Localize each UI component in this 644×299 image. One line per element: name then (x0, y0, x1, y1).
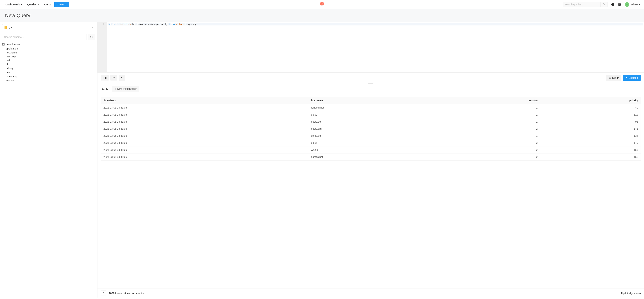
table-cell: 1 (438, 118, 540, 125)
play-icon (626, 77, 628, 79)
save-icon (608, 76, 611, 79)
schema-column[interactable]: raw (6, 70, 95, 74)
table-cell: 1 (438, 111, 540, 118)
nav-queries-label: Queries (27, 3, 37, 6)
table-row: 2021-03-05 23:41:05we.de2153 (101, 146, 641, 154)
toolbar-right: Save* Execute (606, 75, 641, 81)
execute-button[interactable]: Execute (623, 75, 641, 81)
search-button[interactable] (600, 2, 608, 7)
table-cell: 2021-03-05 23:41:05 (101, 104, 309, 111)
svg-line-5 (604, 5, 605, 6)
format-button[interactable] (110, 75, 117, 80)
table-cell: 2021-03-05 23:41:05 (101, 132, 309, 140)
user-menu[interactable]: admin ▾ (625, 2, 640, 7)
svg-rect-14 (2, 44, 4, 46)
column-header[interactable]: hostname (309, 97, 438, 104)
runtime: 0 seconds runtime (124, 292, 146, 295)
nav-dashboards[interactable]: Dashboards ▾ (4, 2, 24, 7)
kebab-icon: ⋮ (102, 292, 105, 294)
table-icon (2, 43, 5, 46)
schema-column[interactable]: pid (6, 62, 95, 66)
redash-logo[interactable] (319, 2, 325, 8)
create-button[interactable]: Create ▾ (54, 2, 69, 8)
settings-button[interactable] (618, 3, 622, 6)
table-cell: 158 (540, 154, 640, 160)
results-footer: ⋮ 10000 rows 0 seconds runtime Updated j… (98, 288, 644, 298)
schema-search-input[interactable] (2, 34, 86, 40)
chevron-down-icon: ▾ (92, 26, 93, 29)
runtime-label: runtime (138, 292, 146, 295)
column-header[interactable]: priority (540, 97, 640, 104)
bolt-icon (121, 76, 123, 79)
autocomplete-button[interactable] (118, 75, 125, 81)
table-cell: random.net (309, 104, 438, 111)
table-cell: 2 (438, 154, 540, 160)
table-cell: 2 (438, 140, 540, 146)
search-input[interactable] (562, 2, 600, 7)
row-count-value: 10000 (109, 292, 116, 295)
schema-column[interactable]: application (6, 46, 95, 50)
table-cell: make.org (309, 125, 438, 132)
svg-point-13 (619, 5, 620, 6)
updated-label: Updated just now (621, 292, 641, 295)
query-content: 1 select timestamp,hostname,version,prio… (98, 22, 644, 298)
result-tabs: Table ＋ New Visualization (98, 84, 644, 93)
save-button[interactable]: Save* (606, 75, 621, 81)
schema-column[interactable]: timestamp (6, 74, 95, 78)
svg-point-4 (603, 4, 604, 5)
plus-icon: ＋ (114, 88, 116, 90)
column-header[interactable]: version (438, 97, 540, 104)
results-table: timestamphostnameversionpriority 2021-03… (101, 96, 641, 160)
new-visualization-button[interactable]: ＋ New Visualization (112, 86, 139, 92)
table-row: 2021-03-05 23:41:05names.net2158 (101, 154, 641, 160)
nav-alerts[interactable]: Alerts (42, 2, 53, 7)
editor-code[interactable]: select timestamp,hostname,version,priori… (107, 22, 644, 72)
top-nav: Dashboards ▾ Queries ▾ Alerts Create ▾ ? (0, 0, 644, 9)
table-cell: some.de (309, 132, 438, 140)
table-cell: up.us (309, 140, 438, 146)
table-cell: 93 (540, 118, 640, 125)
nav-queries[interactable]: Queries ▾ (26, 2, 40, 7)
editor-gutter: 1 (98, 22, 107, 72)
schema-table[interactable]: default.syslog (2, 42, 95, 46)
more-button[interactable]: ⋮ (101, 290, 106, 296)
params-button[interactable]: {{ }} (101, 75, 109, 80)
table-row: 2021-03-05 23:41:05random.net140 (101, 104, 641, 111)
table-cell: 134 (540, 132, 640, 140)
schema-column[interactable]: mid (6, 58, 95, 62)
refresh-schema-button[interactable] (88, 34, 95, 40)
table-cell: names.net (309, 154, 438, 160)
tab-table[interactable]: Table (101, 86, 110, 93)
table-row: 2021-03-05 23:41:05some.de1134 (101, 132, 641, 140)
schema-column[interactable]: hostname (6, 50, 95, 54)
results-panel: timestamphostnameversionpriority 2021-03… (98, 93, 644, 288)
sql-editor[interactable]: 1 select timestamp,hostname,version,prio… (98, 22, 644, 72)
help-button[interactable]: ? (611, 3, 614, 6)
indent-icon (112, 76, 115, 78)
datasource-select[interactable]: CH ▾ (2, 24, 95, 31)
editor-toolbar: {{ }} Save* Execute (98, 72, 644, 83)
create-label: Create (57, 3, 64, 6)
table-cell: 1 (438, 104, 540, 111)
main: CH ▾ default.syslog applicationhostnamem… (0, 22, 644, 298)
column-header[interactable]: timestamp (101, 97, 309, 104)
chevron-down-icon: ▾ (639, 3, 640, 6)
avatar (625, 2, 630, 7)
schema-table-name: default.syslog (6, 43, 21, 46)
nav-right: ? admin ▾ (562, 2, 640, 7)
table-cell: we.de (309, 146, 438, 154)
nav-alerts-label: Alerts (44, 3, 51, 6)
table-cell: 2021-03-05 23:41:05 (101, 118, 309, 125)
table-cell: 149 (540, 140, 640, 146)
table-cell: 1 (438, 132, 540, 140)
schema-column[interactable]: message (6, 54, 95, 58)
table-cell: 153 (540, 146, 640, 154)
table-cell: 40 (540, 104, 640, 111)
runtime-value: 0 seconds (124, 292, 137, 295)
schema-column[interactable]: version (6, 78, 95, 82)
page-title: New Query (5, 13, 639, 18)
schema-column[interactable]: priority (6, 66, 95, 70)
chevron-down-icon: ▾ (38, 3, 39, 6)
table-row: 2021-03-05 23:41:05make.org2141 (101, 125, 641, 132)
refresh-icon (90, 36, 93, 38)
